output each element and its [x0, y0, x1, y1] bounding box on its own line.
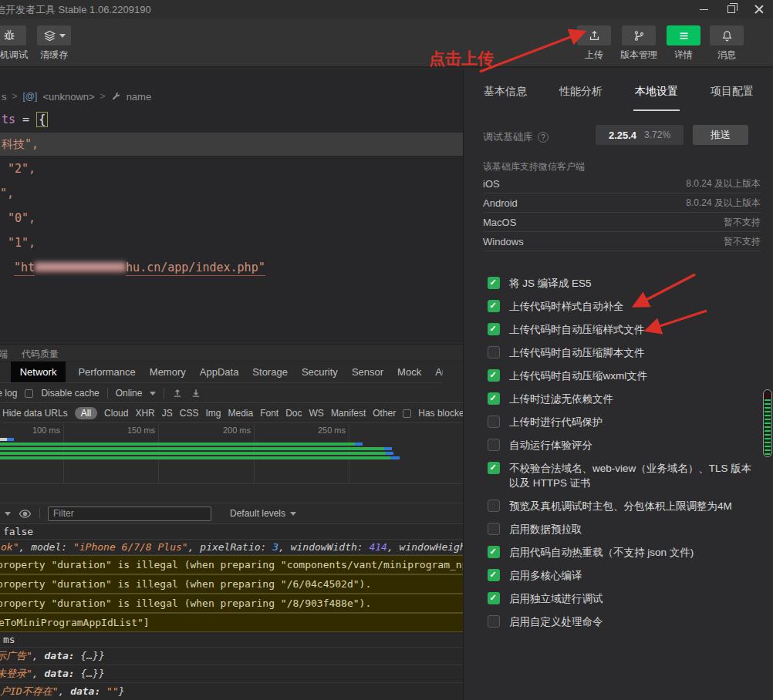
checkbox-checked[interactable] [488, 462, 500, 474]
network-filter-font[interactable]: Font [260, 408, 278, 419]
disable-cache-checkbox[interactable] [25, 389, 33, 398]
消息-button[interactable] [710, 25, 744, 45]
settings-tab-性能分析[interactable]: 性能分析 [559, 79, 603, 106]
真机调试-button[interactable] [0, 25, 26, 45]
breadcrumb-item-unknown[interactable]: <unknown> [42, 91, 94, 103]
settings-scrollbar-thumb[interactable] [763, 389, 772, 457]
waterfall-request-bar[interactable] [0, 452, 463, 455]
settings-option-row[interactable]: 不校验合法域名、web-view（业务域名）、TLS 版本以及 HTTPS 证书 [488, 461, 759, 490]
network-filter-cloud[interactable]: Cloud [104, 408, 128, 419]
settings-option-row[interactable]: 上传代码时自动压缩样式文件 [488, 322, 759, 337]
help-icon[interactable]: ? [538, 132, 549, 143]
devtools-tab-security[interactable]: Security [300, 362, 339, 382]
settings-option-row[interactable]: 启用代码自动热重载（不支持 json 文件) [488, 545, 759, 560]
settings-option-row[interactable]: 启用数据预拉取 [488, 522, 759, 537]
console-levels-select[interactable]: Default levels [230, 508, 296, 519]
network-filter-js[interactable]: JS [162, 408, 173, 419]
close-button[interactable] [745, 0, 773, 19]
settings-option-row[interactable]: 上传代码时自动压缩wxml文件 [488, 369, 759, 383]
console-context-caret-icon[interactable] [5, 512, 11, 516]
console-log-row[interactable]: 未登录", data: {…}} [0, 665, 463, 683]
console-filter-input[interactable] [48, 506, 211, 521]
settings-option-row[interactable]: 启用独立域进行调试 [488, 591, 759, 606]
disable-cache-label[interactable]: Disable cache [41, 388, 99, 399]
code-line[interactable]: ts = { [2, 108, 48, 131]
settings-option-row[interactable]: 启用自定义处理命令 [488, 614, 759, 629]
code-line[interactable]: 科技", [2, 133, 39, 156]
has-blocked-checkbox[interactable] [403, 409, 411, 418]
settings-option-row[interactable]: 上传时进行代码保护 [488, 415, 759, 429]
checkbox-unchecked[interactable] [488, 500, 500, 512]
import-har-icon[interactable] [172, 388, 183, 399]
checkbox-checked[interactable] [488, 569, 500, 581]
console-log-row[interactable]: 示广告", data: {…}} [0, 648, 463, 665]
checkbox-checked[interactable] [488, 592, 500, 604]
devtools-tab-mock[interactable]: Mock [396, 362, 423, 382]
devtools-tab-storage[interactable]: Storage [251, 362, 289, 382]
settings-option-row[interactable]: 将 JS 编译成 ES5 [488, 276, 759, 291]
settings-option-row[interactable]: 启用多核心编译 [488, 568, 759, 583]
checkbox-unchecked[interactable] [488, 416, 500, 428]
checkbox-checked[interactable] [488, 392, 500, 405]
eye-icon[interactable] [19, 507, 32, 520]
checkbox-checked[interactable] [488, 323, 500, 335]
chevron-down-icon[interactable] [150, 392, 156, 395]
breadcrumb-item-root[interactable]: s [2, 91, 7, 103]
settings-option-row[interactable]: 上传时过滤无依赖文件 [488, 392, 759, 406]
devtools-tab-sensor[interactable]: Sensor [350, 362, 385, 382]
base-lib-select[interactable]: 2.25.4 3.72% [596, 125, 684, 145]
minimize-button[interactable] [690, 0, 717, 19]
checkbox-unchecked[interactable] [488, 439, 500, 451]
waterfall-request-bar[interactable] [0, 447, 463, 450]
has-blocked-label[interactable]: Has blocked [418, 408, 463, 419]
settings-option-row[interactable]: 上传代码时样式自动补全 [488, 299, 759, 314]
checkbox-checked[interactable] [488, 369, 500, 382]
network-filter-manifest[interactable]: Manifest [331, 408, 366, 419]
hide-data-urls-label[interactable]: Hide data URLs [2, 408, 68, 419]
subtab-terminal[interactable]: 终端 [0, 348, 8, 361]
waterfall-request-bar[interactable] [0, 438, 463, 441]
devtools-tab-audits[interactable]: Audits [434, 362, 443, 382]
network-filter-doc[interactable]: Doc [285, 408, 302, 419]
console-warning-row[interactable]: eToMiniProgramAppIdList"] [0, 613, 463, 632]
code-line[interactable]: ", [0, 182, 14, 205]
waterfall-request-bar[interactable] [0, 456, 463, 459]
checkbox-unchecked[interactable] [488, 346, 500, 358]
network-filter-all[interactable]: All [75, 407, 97, 419]
devtools-tab-memory[interactable]: Memory [148, 362, 187, 382]
code-line[interactable]: "0", [8, 207, 35, 230]
network-filter-img[interactable]: Img [205, 408, 221, 419]
checkbox-unchecked[interactable] [488, 523, 500, 535]
subtab-code-quality[interactable]: 代码质量 [22, 348, 59, 361]
network-filter-media[interactable]: Media [228, 408, 253, 419]
清缓存-button[interactable] [37, 25, 71, 45]
network-filter-css[interactable]: CSS [180, 408, 199, 419]
preserve-log-label[interactable]: Preserve log [0, 388, 17, 399]
code-line[interactable]: "1", [8, 231, 35, 254]
checkbox-checked[interactable] [488, 300, 500, 312]
checkbox-checked[interactable] [488, 546, 500, 558]
console-warning-row[interactable]: property "duration" is illegal (when pre… [0, 594, 463, 613]
maximize-button[interactable] [717, 0, 745, 19]
code-line[interactable]: "2", [8, 157, 35, 180]
checkbox-checked[interactable] [488, 277, 500, 289]
console-log-row[interactable]: ms [0, 632, 463, 648]
settings-tab-本地设置[interactable]: 本地设置 [635, 79, 678, 106]
checkbox-unchecked[interactable] [488, 615, 500, 628]
settings-option-row[interactable]: 预览及真机调试时主包、分包体积上限调整为4M [488, 499, 759, 513]
network-filter-xhr[interactable]: XHR [135, 408, 154, 419]
settings-option-row[interactable]: 自动运行体验评分 [488, 438, 759, 453]
版本管理-button[interactable] [622, 25, 656, 45]
network-filter-other[interactable]: Other [373, 408, 396, 419]
throttle-select[interactable]: Online [116, 388, 143, 399]
settings-tab-项目配置[interactable]: 项目配置 [711, 79, 754, 106]
console-log-row[interactable]: ok", model: "iPhone 6/7/8 Plus", pixelRa… [0, 540, 463, 555]
devtools-tab-performance[interactable]: Performance [76, 362, 137, 382]
上传-button[interactable] [577, 25, 611, 45]
console-warning-row[interactable]: property "duration" is illegal (when pre… [0, 555, 463, 574]
network-filter-ws[interactable]: WS [309, 408, 324, 419]
breadcrumb-item-name[interactable]: name [127, 91, 152, 103]
push-button[interactable]: 推送 [693, 125, 748, 145]
console-log-row[interactable]: 户ID不存在", data: ""} [0, 683, 463, 700]
settings-option-row[interactable]: 上传代码时自动压缩脚本文件 [488, 345, 759, 360]
